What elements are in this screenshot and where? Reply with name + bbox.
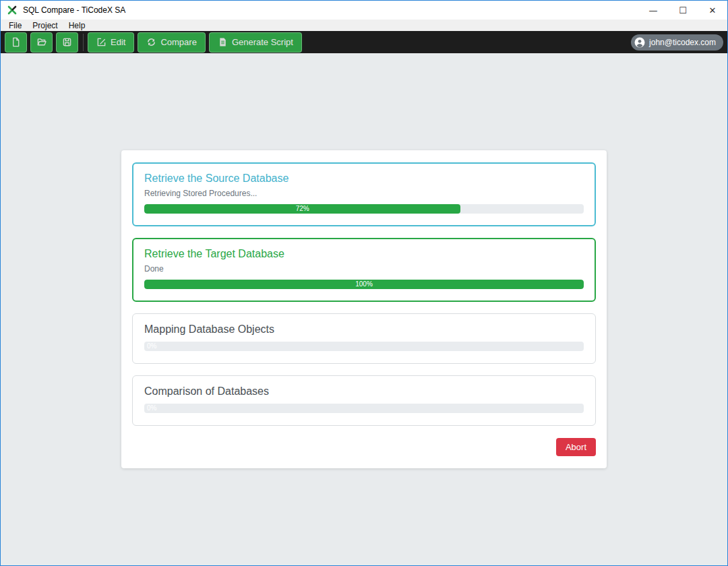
panel-title: Retrieve the Target Database [144,248,584,260]
generate-script-button[interactable]: Generate Script [209,32,302,53]
menu-bar: File Project Help [1,20,727,31]
target-progress-bar: 100% [144,280,584,289]
source-progress-bar: 72% [144,204,584,214]
progress-card: Retrieve the Source Database Retrieving … [121,150,607,468]
comparison-progress-bar: 0% [144,404,584,413]
panel-mapping-objects: Mapping Database Objects 0% [132,313,596,364]
progress-label: 0% [147,404,156,413]
script-document-icon [218,37,228,47]
menu-file[interactable]: File [3,21,27,30]
user-account-button[interactable]: john@ticodex.com [631,34,723,51]
generate-script-button-label: Generate Script [232,37,293,47]
panel-title: Mapping Database Objects [144,323,584,336]
open-project-button[interactable] [30,32,53,53]
panel-retrieve-target: Retrieve the Target Database Done 100% [132,238,596,302]
menu-project[interactable]: Project [27,21,63,30]
panel-title: Comparison of Databases [144,385,584,398]
progress-label: 0% [147,342,156,351]
ticodex-logo-icon [7,5,18,15]
panel-status: Done [144,264,584,274]
panel-comparison: Comparison of Databases 0% [132,375,596,426]
window-title: SQL Compare - TiCodeX SA [23,5,125,15]
save-icon [62,37,72,47]
mapping-progress-bar: 0% [144,342,584,351]
card-actions: Abort [132,438,596,456]
menu-help[interactable]: Help [63,21,91,30]
edit-button-label: Edit [111,37,125,47]
compare-button[interactable]: Compare [138,32,205,53]
app-window: SQL Compare - TiCodeX SA — ☐ ✕ File Proj… [0,0,728,566]
progress-label: 100% [355,280,373,289]
edit-button[interactable]: Edit [88,32,134,53]
progress-label: 72% [296,204,309,214]
save-project-button[interactable] [56,32,78,53]
maximize-button[interactable]: ☐ [668,1,698,20]
compare-button-label: Compare [160,37,196,47]
edit-icon [96,37,107,47]
user-email-label: john@ticodex.com [649,38,716,47]
window-controls: — ☐ ✕ [638,1,727,20]
new-file-icon [11,37,21,47]
main-content: Retrieve the Source Database Retrieving … [1,53,727,565]
new-file-button[interactable] [5,32,27,53]
toolbar: Edit Compare Generate Script [1,31,727,53]
open-folder-icon [36,37,47,47]
title-bar: SQL Compare - TiCodeX SA — ☐ ✕ [1,1,727,20]
abort-button[interactable]: Abort [556,438,596,456]
user-circle-icon [634,37,645,48]
panel-retrieve-source: Retrieve the Source Database Retrieving … [132,162,596,226]
minimize-button[interactable]: — [638,1,668,20]
close-button[interactable]: ✕ [698,1,727,20]
panel-title: Retrieve the Source Database [144,172,584,185]
toolbar-separator [83,34,84,51]
compare-sync-icon [146,37,156,47]
panel-status: Retrieving Stored Procedures... [144,189,584,198]
